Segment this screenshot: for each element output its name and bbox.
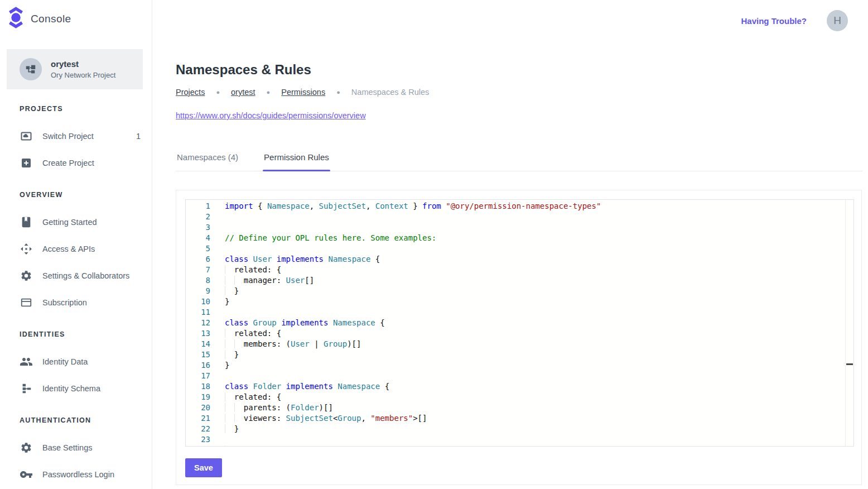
breadcrumb: Projects ● orytest ● Permissions ● Names… [176, 88, 429, 97]
line-number: 6 [186, 254, 210, 265]
sidebar-item-label: Passwordless Login [42, 470, 114, 479]
project-avatar [20, 58, 42, 80]
sidebar-item-identity-schema[interactable]: Identity Schema [0, 375, 152, 402]
sidebar-item-getting-started[interactable]: Getting Started [0, 209, 152, 236]
code-line[interactable]: 8 manager: User[] [186, 275, 845, 286]
tab-permission-rules[interactable]: Permission Rules [263, 151, 330, 171]
sidebar-item-switch-project[interactable]: Switch Project 1 [0, 123, 152, 150]
docs-link[interactable]: https://www.ory.sh/docs/guides/permissio… [176, 111, 366, 120]
sidebar-item-access-apis[interactable]: Access & APIs [0, 236, 152, 262]
code-line[interactable]: 5 [186, 243, 845, 254]
sidebar-item-label: Switch Project [42, 132, 94, 141]
breadcrumb-projects[interactable]: Projects [176, 88, 205, 97]
code-line[interactable]: 13 related: { [186, 328, 845, 339]
code-line[interactable]: 2 [186, 212, 845, 222]
people-icon [20, 355, 33, 368]
editor-overview-ruler[interactable] [845, 200, 853, 446]
project-type: Ory Network Project [51, 71, 115, 79]
save-button[interactable]: Save [185, 458, 222, 477]
sidebar-item-passwordless-login[interactable]: Passwordless Login [0, 461, 152, 488]
line-number: 17 [186, 371, 210, 381]
code-line[interactable]: 15 } [186, 349, 845, 360]
line-number: 23 [186, 434, 210, 445]
line-number: 2 [186, 212, 210, 222]
tab-bar: Namespaces (4) Permission Rules [176, 151, 862, 171]
line-number: 13 [186, 328, 210, 339]
line-number: 22 [186, 424, 210, 434]
org-chart-icon [25, 63, 37, 75]
having-trouble-link[interactable]: Having Trouble? [741, 16, 807, 26]
add-square-icon [20, 156, 33, 170]
user-avatar[interactable]: H [827, 10, 848, 31]
line-number: 18 [186, 381, 210, 392]
sidebar-item-identity-data[interactable]: Identity Data [0, 348, 152, 375]
book-icon [20, 215, 33, 229]
gear-icon [20, 269, 33, 282]
code-line[interactable]: 3 [186, 222, 845, 233]
permission-rules-panel: 1import { Namespace, SubjectSet, Context… [176, 190, 862, 485]
tab-namespaces[interactable]: Namespaces (4) [176, 151, 239, 171]
cursor-marker [846, 363, 853, 365]
breadcrumb-current: Namespaces & Rules [351, 88, 429, 97]
project-count-badge: 1 [136, 132, 141, 141]
code-lines: 1import { Namespace, SubjectSet, Context… [186, 201, 845, 447]
breadcrumb-separator: ● [216, 89, 220, 95]
section-identities: IDENTITIES [20, 330, 65, 338]
line-number: 8 [186, 275, 210, 286]
sidebar-item-label: Base Settings [42, 443, 92, 452]
section-overview: OVERVIEW [20, 191, 63, 199]
code-line[interactable]: 1import { Namespace, SubjectSet, Context… [186, 201, 845, 212]
line-number: 14 [186, 339, 210, 349]
line-number: 21 [186, 413, 210, 424]
code-line[interactable]: 18class Folder implements Namespace { [186, 381, 845, 392]
code-line[interactable]: 19 related: { [186, 392, 845, 402]
code-line[interactable]: 23 [186, 434, 845, 445]
sidebar-item-settings-collaborators[interactable]: Settings & Collaborators [0, 262, 152, 289]
section-projects: PROJECTS [20, 105, 63, 113]
schema-icon [20, 382, 33, 395]
app-logo[interactable]: Console [7, 6, 71, 31]
code-line[interactable]: 24 permits = { [186, 445, 845, 447]
code-line[interactable]: 16} [186, 360, 845, 371]
code-line[interactable]: 9 } [186, 286, 845, 296]
code-line[interactable]: 12class Group implements Namespace { [186, 318, 845, 328]
sidebar-item-label: Subscription [42, 298, 87, 307]
code-line[interactable]: 14 members: (User | Group)[] [186, 339, 845, 349]
code-line[interactable]: 6class User implements Namespace { [186, 254, 845, 265]
page-title: Namespaces & Rules [176, 62, 311, 78]
line-number: 3 [186, 222, 210, 233]
sidebar-item-subscription[interactable]: Subscription [0, 289, 152, 316]
line-number: 7 [186, 265, 210, 275]
line-number: 15 [186, 349, 210, 360]
sidebar: Console orytest Ory Network Project PROJ… [0, 0, 152, 489]
code-line[interactable]: 22 } [186, 424, 845, 434]
code-line[interactable]: 21 viewers: SubjectSet<Group, "members">… [186, 413, 845, 424]
sidebar-item-label: Settings & Collaborators [42, 271, 129, 280]
project-selector[interactable]: orytest Ory Network Project [7, 49, 143, 89]
code-line[interactable]: 11 [186, 307, 845, 318]
sidebar-item-label: Create Project [42, 159, 94, 167]
breadcrumb-permissions[interactable]: Permissions [281, 88, 325, 97]
breadcrumb-orytest[interactable]: orytest [231, 88, 255, 97]
key-icon [20, 468, 33, 481]
sidebar-item-base-settings[interactable]: Base Settings [0, 434, 152, 461]
sidebar-item-label: Getting Started [42, 218, 97, 227]
line-number: 24 [186, 445, 210, 447]
code-line[interactable]: 20 parents: (Folder)[] [186, 402, 845, 413]
sidebar-item-label: Access & APIs [42, 244, 95, 253]
section-authentication: AUTHENTICATION [20, 416, 91, 424]
line-number: 16 [186, 360, 210, 371]
four-arrows-icon [20, 242, 33, 256]
line-number: 1 [186, 201, 210, 212]
code-editor[interactable]: 1import { Namespace, SubjectSet, Context… [185, 199, 854, 447]
code-line[interactable]: 7 related: { [186, 265, 845, 275]
code-line[interactable]: 17 [186, 371, 845, 381]
line-number: 19 [186, 392, 210, 402]
line-number: 9 [186, 286, 210, 296]
credit-card-icon [20, 296, 33, 309]
sidebar-item-create-project[interactable]: Create Project [0, 150, 152, 176]
sidebar-item-label: Identity Schema [42, 384, 100, 393]
code-line[interactable]: 4// Define your OPL rules here. Some exa… [186, 233, 845, 243]
code-line[interactable]: 10} [186, 296, 845, 307]
ory-logo-icon [7, 6, 25, 31]
